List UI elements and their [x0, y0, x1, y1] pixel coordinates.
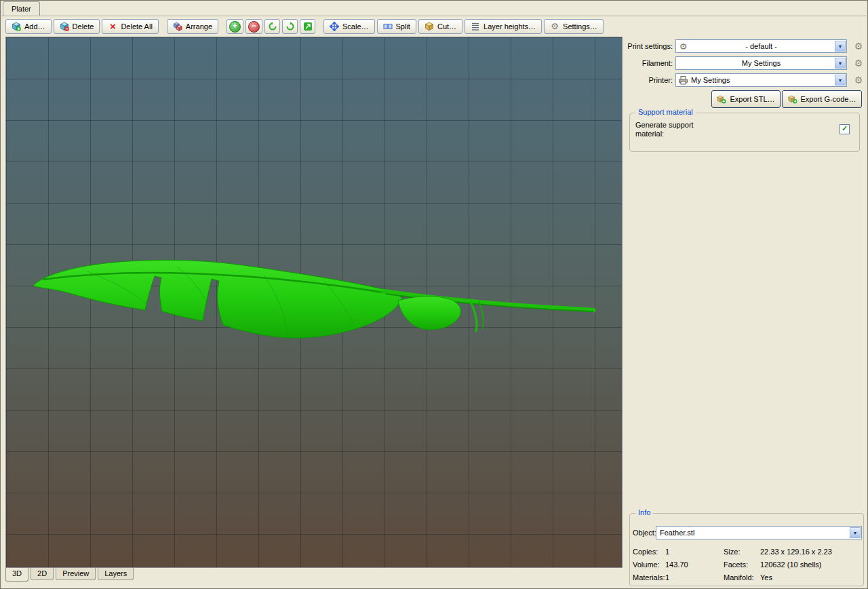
generate-support-checkbox[interactable]: ✓: [840, 124, 850, 134]
plater-toolbar: Add… Delete × Delete All Arrange + −: [5, 18, 604, 35]
scene-canvas[interactable]: [6, 37, 622, 567]
scale-button-label: Scale…: [342, 22, 369, 31]
generate-support-label: Generate support material:: [635, 121, 710, 138]
view-tabstrip: 3D 2D Preview Layers: [5, 568, 136, 582]
export-gcode-label: Export G-code…: [801, 95, 856, 103]
split-icon: [383, 22, 393, 31]
info-title: Info: [635, 508, 653, 516]
tab-plater[interactable]: Plater: [3, 1, 40, 16]
view-tab-2d[interactable]: 2D: [31, 568, 54, 580]
rotate-cw-button[interactable]: [282, 19, 298, 34]
minus-circle-icon: −: [248, 21, 260, 33]
fit-view-button[interactable]: [300, 19, 315, 34]
view-tab-layers[interactable]: Layers: [98, 568, 134, 580]
add-icon: [12, 22, 21, 31]
main-tabstrip: Plater: [0, 0, 868, 16]
manifold-label: Manifold:: [724, 573, 754, 582]
filament-label: Filament:: [625, 59, 673, 67]
export-gcode-icon: [788, 94, 797, 104]
view-tab-layers-label: Layers: [104, 569, 127, 577]
arrange-icon: [173, 22, 182, 31]
settings-button[interactable]: ⚙ Settings…: [544, 19, 604, 34]
rotate-ccw-icon: [268, 22, 277, 31]
size-label: Size:: [724, 548, 740, 556]
split-button[interactable]: Split: [377, 19, 416, 34]
filament-combo[interactable]: My Settings ▼: [675, 56, 847, 70]
size-value: 22.33 x 129.16 x 2.23: [760, 548, 832, 556]
combo-dropdown-arrow-icon[interactable]: ▼: [850, 527, 861, 538]
arrange-button-label: Arrange: [186, 22, 212, 31]
delete-button[interactable]: Delete: [54, 19, 100, 34]
view-tab-3d[interactable]: 3D: [5, 568, 28, 582]
manifold-value: Yes: [760, 573, 772, 582]
print-settings-value: - default -: [690, 42, 833, 50]
view-tab-preview-label: Preview: [62, 569, 89, 577]
delete-all-button[interactable]: × Delete All: [102, 19, 158, 34]
object-value: Feather.stl: [660, 529, 848, 537]
view-tab-2d-label: 2D: [37, 569, 47, 577]
filament-row: Filament: My Settings ▼ ⚙: [625, 56, 867, 71]
rotate-cw-icon: [285, 22, 295, 31]
export-gcode-button[interactable]: Export G-code…: [782, 90, 862, 108]
print-settings-combo[interactable]: ⚙ - default - ▼: [675, 39, 847, 53]
feather-wisp: [479, 301, 484, 328]
materials-value: 1: [665, 573, 669, 582]
volume-label: Volume:: [633, 560, 660, 569]
filament-gear-button[interactable]: ⚙: [852, 57, 865, 69]
object-label: Object:: [633, 529, 656, 537]
support-material-groupbox: Support material Generate support materi…: [629, 113, 860, 152]
cut-button-label: Cut…: [437, 22, 456, 31]
printer-row: Printer: My Settings ▼ ⚙: [625, 73, 867, 88]
delete-button-label: Delete: [73, 22, 94, 31]
copies-value: 1: [665, 548, 669, 556]
print-settings-row: Print settings: ⚙ - default - ▼ ⚙: [625, 39, 867, 54]
rotate-ccw-button[interactable]: [264, 19, 280, 34]
volume-value: 143.70: [665, 560, 688, 569]
filament-value: My Settings: [690, 59, 833, 67]
view-tab-preview[interactable]: Preview: [56, 568, 96, 580]
export-stl-button[interactable]: Export STL…: [711, 90, 781, 108]
export-stl-icon: [717, 94, 726, 104]
printer-icon: [678, 75, 688, 86]
add-button-label: Add…: [24, 22, 45, 31]
printer-label: Printer:: [625, 76, 673, 84]
slic3r-window: Plater Add… Delete × Delete All Arrange …: [0, 0, 868, 589]
settings-gear-icon: ⚙: [550, 22, 559, 31]
combo-dropdown-arrow-icon[interactable]: ▼: [835, 41, 846, 52]
delete-all-button-label: Delete All: [121, 22, 152, 31]
tab-plater-label: Plater: [12, 5, 31, 13]
object-combo[interactable]: Feather.stl ▼: [656, 526, 862, 539]
fewer-copies-button[interactable]: −: [245, 19, 262, 34]
layer-heights-icon: [471, 22, 480, 31]
feather-wisp: [470, 301, 477, 331]
plus-circle-icon: +: [229, 21, 241, 33]
split-button-label: Split: [396, 22, 410, 31]
printer-value: My Settings: [691, 76, 833, 84]
scale-button[interactable]: Scale…: [323, 19, 375, 34]
delete-icon: [60, 22, 69, 31]
print-settings-gear-button[interactable]: ⚙: [852, 40, 865, 52]
printer-combo[interactable]: My Settings ▼: [675, 73, 847, 87]
more-copies-button[interactable]: +: [226, 19, 243, 34]
print-settings-combo-icon: ⚙: [678, 41, 688, 52]
view-tab-3d-label: 3D: [12, 569, 22, 577]
copies-label: Copies:: [633, 548, 658, 556]
combo-dropdown-arrow-icon[interactable]: ▼: [835, 75, 846, 86]
printer-gear-button[interactable]: ⚙: [852, 74, 865, 86]
layer-heights-button-label: Layer heights…: [484, 22, 536, 31]
combo-dropdown-arrow-icon[interactable]: ▼: [835, 58, 846, 69]
3d-viewport[interactable]: [5, 37, 623, 568]
cut-button[interactable]: Cut…: [418, 19, 462, 34]
materials-label: Materials:: [633, 573, 665, 582]
add-button[interactable]: Add…: [5, 19, 52, 34]
print-settings-label: Print settings:: [625, 42, 673, 50]
scale-icon: [330, 22, 339, 31]
settings-panel: Print settings: ⚙ - default - ▼ ⚙ Filame…: [625, 37, 867, 589]
facets-label: Facets:: [724, 560, 748, 569]
fit-view-icon: [303, 22, 313, 31]
arrange-button[interactable]: Arrange: [167, 19, 218, 34]
feather-tuft: [398, 297, 460, 330]
info-groupbox: Info Object: Feather.stl ▼ Copies: 1 Siz…: [629, 513, 864, 586]
cut-icon: [425, 22, 434, 31]
layer-heights-button[interactable]: Layer heights…: [465, 19, 542, 34]
